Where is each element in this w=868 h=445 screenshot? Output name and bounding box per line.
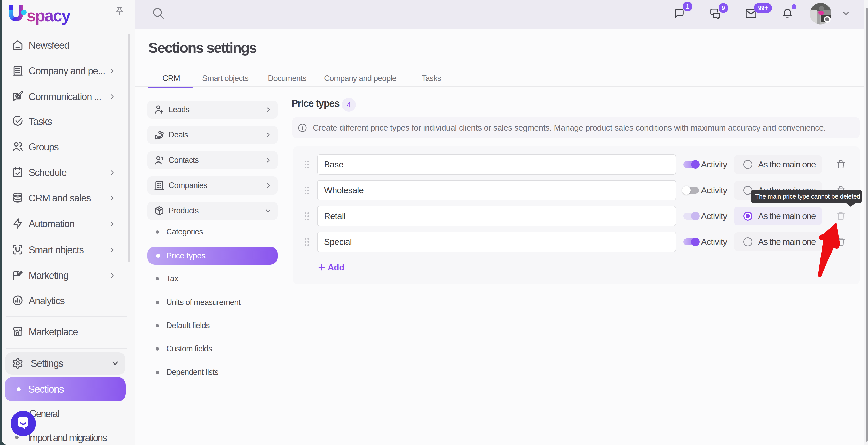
svg-text:spacy: spacy [27,6,71,25]
